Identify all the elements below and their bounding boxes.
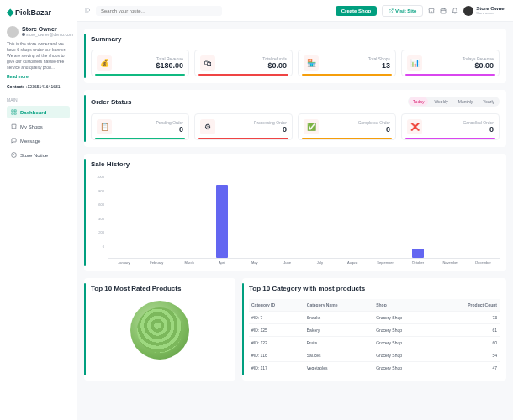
readmore-link[interactable]: Read more	[7, 74, 70, 79]
nav-label: Store Notice	[20, 153, 48, 158]
create-shop-button[interactable]: Create Shop	[336, 6, 377, 16]
tab-weekly[interactable]: Weekly	[430, 97, 452, 106]
metric-total-shops: 🏪Total Shops13	[298, 50, 396, 76]
nav-item-store-notice[interactable]: Store Notice	[7, 149, 70, 161]
metric-total-revenue: 💰Total Revenue$180.00	[91, 50, 189, 76]
content: Summary 💰Total Revenue$180.00🛍Total refu…	[77, 22, 513, 420]
metric-value: $0.00	[219, 61, 287, 70]
status-dot-icon	[22, 33, 25, 36]
sidebar: ◆ PickBazar Store Owner store_owner@demo…	[0, 0, 77, 420]
order-status-title: Order Status	[91, 98, 131, 106]
metric-value: 0	[219, 125, 287, 134]
bar-october[interactable]	[412, 249, 424, 258]
owner-block: Store Owner store_owner@demo.com	[7, 26, 70, 38]
nav-icon	[11, 152, 17, 158]
nav-label: Dashboard	[20, 110, 46, 115]
owner-contact: Contact: +12365141641631	[7, 84, 70, 89]
metric-total-refunds: 🛍Total refunds$0.00	[194, 50, 293, 76]
metric-value: $0.00	[426, 61, 494, 70]
svg-rect-2	[12, 113, 13, 114]
metric-icon: ⚙	[200, 119, 215, 134]
metric-value: $180.00	[115, 61, 183, 70]
table-row[interactable]: #ID: 116SaucesGrocery Shop54	[249, 349, 500, 362]
table-row[interactable]: #ID: 122FruitsGrocery Shop60	[249, 337, 500, 349]
bar-april[interactable]	[216, 185, 228, 258]
svg-rect-5	[441, 8, 446, 13]
tab-yearly[interactable]: Yearly	[479, 97, 499, 106]
top-products-title: Top 10 Most Rated Products	[91, 285, 229, 292]
brand-text: PickBazar	[15, 8, 51, 17]
nav-icon	[11, 138, 17, 144]
metric-processing-order: ⚙Processing Order0	[194, 113, 293, 140]
calendar-icon[interactable]	[440, 8, 447, 14]
period-tabs: TodayWeeklyMonthlyYearly	[408, 97, 500, 107]
logo-icon: ◆	[7, 7, 13, 18]
nav-icon	[11, 123, 17, 129]
col-header: Category ID	[249, 299, 304, 312]
owner-email: store_owner@demo.com	[22, 32, 73, 37]
svg-rect-1	[14, 110, 16, 112]
nav-label: My Shops	[20, 124, 43, 129]
avatar	[7, 26, 19, 38]
table-row[interactable]: #ID: 7SnacksGrocery Shop73	[249, 312, 500, 324]
store-icon[interactable]	[428, 8, 435, 14]
product-image[interactable]	[130, 301, 189, 360]
svg-rect-3	[14, 113, 16, 114]
summary-title: Summary	[91, 35, 500, 43]
order-status-card: Order Status TodayWeeklyMonthlyYearly 📋P…	[84, 90, 506, 147]
metric-value: 0	[115, 125, 183, 134]
user-menu[interactable]: Store OwnerStore owner	[463, 6, 506, 16]
nav-item-my-shops[interactable]: My Shops	[7, 120, 70, 133]
owner-bio: This is the store owner and we have 6 sh…	[7, 41, 70, 71]
top-categories-card: Top 10 Category with most products Categ…	[242, 278, 506, 381]
user-role: Store owner	[476, 11, 506, 15]
col-header: Shop	[373, 299, 433, 312]
table-row[interactable]: #ID: 125BakeryGrocery Shop61	[249, 324, 500, 337]
metric-icon: ❌	[407, 119, 422, 134]
brand-logo[interactable]: ◆ PickBazar	[7, 7, 70, 18]
metric-pending-order: 📋Pending Order0	[91, 113, 189, 140]
owner-name: Store Owner	[22, 26, 73, 32]
sale-history-chart: 10008006004002000	[91, 175, 500, 259]
nav-label: Message	[20, 139, 40, 144]
nav-item-message[interactable]: Message	[7, 134, 70, 147]
metric-icon: 📋	[97, 119, 112, 134]
col-header: Product Count	[433, 299, 500, 312]
tab-today[interactable]: Today	[409, 97, 428, 106]
nav-section-label: MAIN	[7, 97, 70, 102]
search-input[interactable]	[96, 6, 222, 16]
sale-history-card: Sale History 10008006004002000 JanuaryFe…	[84, 154, 506, 271]
metric-icon: ✅	[304, 119, 319, 134]
metric-icon: 🏪	[304, 55, 319, 71]
table-row[interactable]: #ID: 117VegetablesGrocery Shop47	[249, 362, 500, 375]
nav-list: DashboardMy ShopsMessageStore Notice	[7, 106, 70, 161]
col-header: Category Name	[304, 299, 373, 312]
metric-icon: 💰	[97, 55, 112, 71]
svg-rect-0	[12, 110, 13, 112]
summary-card: Summary 💰Total Revenue$180.00🛍Total refu…	[84, 29, 506, 83]
visit-site-button[interactable]: Visit Site	[382, 5, 423, 17]
user-avatar	[463, 6, 473, 16]
metric-todays-revenue: 📊Todays Revenue$0.00	[401, 50, 500, 76]
metric-icon: 🛍	[200, 55, 215, 71]
metric-value: 0	[426, 125, 494, 134]
external-icon	[389, 8, 394, 13]
collapse-icon[interactable]	[84, 7, 91, 14]
tab-monthly[interactable]: Monthly	[454, 97, 478, 106]
metric-value: 13	[322, 61, 390, 70]
top-categories-title: Top 10 Category with most products	[249, 285, 500, 292]
metric-cancelled-order: ❌Cancelled Order0	[401, 113, 500, 140]
categories-table: Category IDCategory NameShopProduct Coun…	[249, 299, 500, 374]
metric-value: 0	[322, 125, 390, 134]
bell-icon[interactable]	[452, 8, 458, 14]
top-products-card: Top 10 Most Rated Products	[84, 278, 235, 381]
nav-icon	[11, 109, 17, 115]
metric-completed-order: ✅Completed Order0	[298, 113, 396, 140]
chart-title: Sale History	[91, 160, 500, 168]
nav-item-dashboard[interactable]: Dashboard	[7, 106, 70, 118]
topbar: Create Shop Visit Site Store OwnerStore …	[77, 0, 513, 22]
metric-icon: 📊	[407, 55, 422, 71]
